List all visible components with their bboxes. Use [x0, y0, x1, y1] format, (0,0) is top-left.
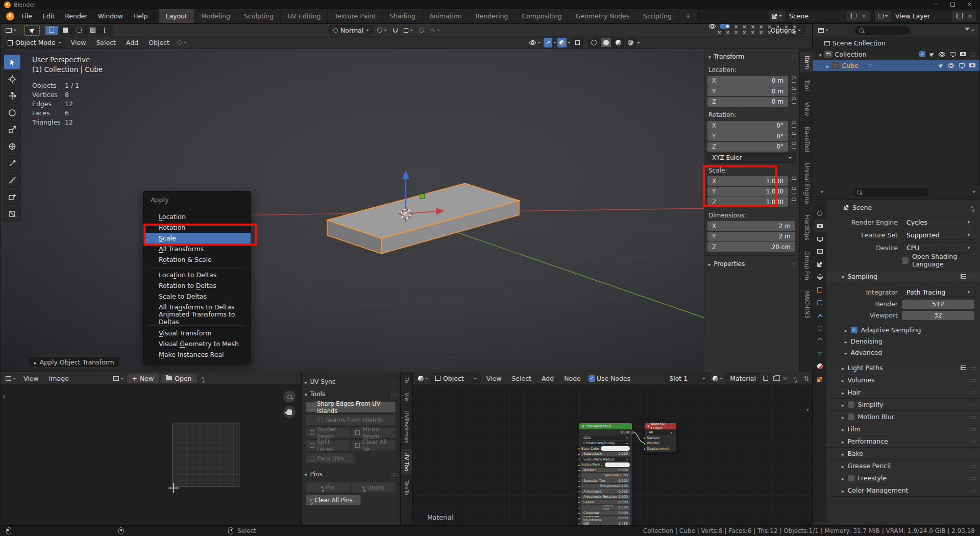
viewport-menu-add[interactable]: Add — [121, 38, 143, 47]
blender-menu-icon[interactable] — [6, 12, 14, 20]
drag-dots-icon[interactable] — [790, 260, 795, 267]
clear-all-pins-button[interactable]: Clear All Pins — [306, 495, 361, 505]
bsdf-output-socket[interactable] — [631, 432, 633, 434]
x-icon[interactable] — [767, 30, 771, 35]
osl-checkbox[interactable] — [902, 257, 909, 264]
node-canvas[interactable]: Principled BSDF BSDF GGX Christensen-Bur… — [413, 385, 812, 525]
x-icon[interactable] — [717, 30, 721, 35]
x-icon[interactable] — [742, 24, 746, 30]
tab-baketool[interactable]: BakeTool — [800, 123, 813, 156]
socket-vector[interactable] — [578, 458, 580, 461]
unpin-button[interactable]: Unpin — [351, 482, 396, 493]
sidebar-toggle-icon[interactable]: › — [3, 393, 6, 401]
tab-rendering[interactable]: Rendering — [469, 9, 516, 23]
lock-icon[interactable] — [792, 79, 796, 83]
viewport-disable-icon[interactable] — [950, 52, 955, 56]
clearcoat-roughness-field[interactable]: Clearcoat Roughness0.030 — [581, 516, 630, 521]
editor-type-button[interactable] — [416, 376, 430, 381]
section-color-management[interactable]: Color Management — [826, 484, 980, 497]
tool-scale[interactable] — [4, 121, 21, 137]
mode-dropdown[interactable]: Object Mode — [4, 38, 65, 48]
x-icon[interactable] — [784, 30, 788, 35]
expand-icon[interactable] — [826, 62, 829, 69]
gizmos-dropdown[interactable] — [553, 42, 556, 45]
x-icon[interactable] — [734, 24, 738, 30]
anisotropic-rotation-field[interactable]: Anisotropic Rotation0.000 — [581, 495, 630, 499]
tab-uvpackmaster[interactable]: UVPackmas — [401, 407, 412, 446]
sheen-tint-field[interactable]: Sheen Tint0.500 — [581, 505, 630, 510]
location-z-field[interactable]: Z0 m — [707, 97, 788, 107]
presets-icon[interactable] — [961, 274, 966, 279]
menu-item-visual-transform[interactable]: Visual Transform — [143, 328, 251, 338]
tab-textools[interactable]: TexTo — [401, 477, 412, 499]
rotation-mode-dropdown[interactable]: XYZ Euler — [707, 153, 796, 163]
x-icon[interactable] — [793, 30, 797, 35]
tab-hardops[interactable]: HardOps — [800, 211, 813, 244]
rotation-x-field[interactable]: X0° — [707, 121, 788, 131]
overlays-toggle[interactable] — [557, 38, 567, 47]
snap-arrows-icon[interactable]: ⇅ — [804, 375, 809, 382]
tool-annotate[interactable] — [4, 155, 21, 171]
socket-value[interactable] — [578, 453, 580, 456]
socket-value[interactable] — [578, 480, 580, 482]
tab-unreal-engine[interactable]: Unreal Engine — [800, 159, 813, 208]
close-button[interactable]: × — [967, 3, 972, 7]
shading-wireframe-button[interactable] — [588, 38, 599, 47]
view-layer-remove-button[interactable]: × — [964, 11, 976, 21]
tab-compositing[interactable]: Compositing — [515, 9, 569, 23]
viewport-menu-select[interactable]: Select — [91, 38, 120, 47]
menu-render[interactable]: Render — [60, 11, 93, 21]
tab-shading[interactable]: Shading — [383, 9, 423, 23]
tab-output-properties[interactable] — [814, 232, 826, 245]
freestyle-checkbox[interactable] — [848, 475, 854, 481]
rotation-z-field[interactable]: Z0° — [707, 142, 788, 152]
tool-cursor[interactable] — [4, 71, 21, 87]
pin-button[interactable]: Pin — [306, 482, 350, 493]
x-icon[interactable] — [759, 30, 763, 35]
x-icon[interactable] — [725, 30, 729, 35]
pack-uvs-button[interactable]: Pack UVs — [306, 453, 355, 464]
lock-icon[interactable] — [792, 134, 796, 138]
socket-value[interactable] — [578, 475, 580, 477]
drag-dots-icon[interactable] — [970, 273, 975, 280]
shading-material-button[interactable] — [612, 38, 624, 47]
subsurface-method-dropdown[interactable]: Christensen-Burley — [581, 441, 630, 446]
node-material-output[interactable]: Material Output All Surface Volume Displ… — [644, 423, 677, 452]
x-icon[interactable] — [793, 24, 797, 30]
new-material-button[interactable] — [771, 376, 779, 381]
socket-value[interactable] — [578, 469, 580, 472]
tab-physics-properties[interactable] — [814, 322, 826, 334]
holdout-icon[interactable] — [971, 52, 975, 57]
snap-toggle[interactable] — [391, 28, 400, 33]
tab-scripting[interactable]: Scripting — [636, 9, 679, 23]
menu-item-make-instances-real[interactable]: Make Instances Real — [143, 349, 251, 360]
transform-orientation-dropdown[interactable]: Normal — [329, 25, 373, 35]
x-icon[interactable] — [734, 30, 738, 35]
section-light-paths[interactable]: Light Paths — [826, 362, 980, 374]
collapse-icon[interactable] — [708, 53, 711, 60]
x-icon[interactable] — [776, 24, 780, 30]
socket-value[interactable] — [578, 496, 580, 499]
pins-section[interactable]: Pins — [310, 471, 323, 478]
viewport-samples-field[interactable]: 32 — [902, 311, 974, 320]
tab-scene-properties[interactable] — [814, 258, 826, 271]
lock-icon[interactable] — [792, 89, 796, 93]
section-simplify[interactable]: Simplify — [826, 399, 980, 411]
tab-machin3[interactable]: MACHIN3 — [800, 287, 813, 322]
surface-input-socket[interactable] — [643, 437, 646, 440]
lock-icon[interactable] — [792, 124, 796, 128]
sharp-edges-button[interactable]: Sharp Edges From UV Islands — [306, 402, 396, 412]
sidebar-toggle-icon[interactable]: ‹ — [806, 405, 809, 413]
collapse-icon[interactable] — [305, 471, 307, 478]
socket-color[interactable] — [578, 448, 580, 450]
editor-type-button[interactable] — [4, 376, 18, 381]
drag-dots-icon[interactable] — [790, 53, 795, 60]
subsurface-color-swatch[interactable] — [605, 462, 630, 467]
render-disable-icon[interactable] — [969, 63, 975, 67]
minimize-button[interactable] — [934, 5, 938, 5]
x-icon[interactable] — [776, 30, 780, 35]
menu-item-location-deltas[interactable]: Location to Deltas — [143, 270, 251, 280]
render-samples-field[interactable]: 512 — [902, 300, 974, 309]
shader-menu-add[interactable]: Add — [537, 374, 558, 383]
eye-icon[interactable] — [709, 24, 716, 29]
